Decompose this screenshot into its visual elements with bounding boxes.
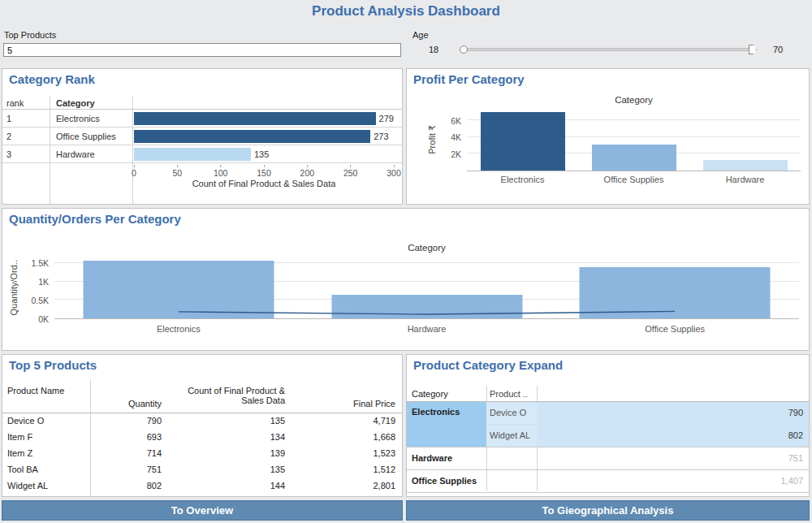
bar-slot bbox=[467, 108, 578, 171]
profit-column-header: Category bbox=[467, 95, 801, 105]
profit-y-axis-label-wrap: Profit ₹ bbox=[425, 108, 438, 171]
category-rank-x-axis: 0 50 100 150 200 250 300 bbox=[134, 165, 394, 177]
age-slider-track[interactable] bbox=[463, 48, 752, 51]
category-rank-table: rank Category 1 Electronics 279 2 Office… bbox=[2, 97, 402, 204]
expand-panel: Product Category Expand Category Product… bbox=[406, 354, 810, 497]
expand-table: Category Product .. Electronics Device O… bbox=[407, 355, 809, 496]
profit-y-ticks: 6K 4K 2K bbox=[441, 108, 464, 171]
quantity-cell: 751 bbox=[92, 465, 162, 474]
axis-tick: 50 bbox=[173, 168, 183, 178]
product-name-cell: Widget AL bbox=[7, 481, 48, 491]
axis-tick: 0K bbox=[38, 314, 49, 324]
quantity-y-axis-label: Quantity/Ord.. bbox=[9, 260, 19, 315]
bar-value-label: 279 bbox=[379, 114, 394, 123]
axis-tick: 250 bbox=[343, 168, 358, 178]
age-slider[interactable] bbox=[460, 44, 757, 55]
category-rank-panel: Category Rank rank Category 1 Electronic… bbox=[2, 68, 403, 205]
bar-cell: 279 bbox=[134, 110, 394, 127]
expand-category-office-supplies[interactable]: Office Supplies 1,407 bbox=[407, 470, 809, 493]
age-max-value: 70 bbox=[773, 45, 783, 54]
table-row[interactable]: Tool BA 751 135 1,512 bbox=[2, 462, 402, 478]
page-title: Product Analysis Dashboard bbox=[0, 3, 812, 19]
product-cell: Device O bbox=[486, 402, 537, 424]
quantity-y-ticks: 1.5K 1K 0.5K 0K bbox=[24, 256, 51, 319]
rank-bar[interactable] bbox=[134, 130, 370, 143]
col-header-category: Category bbox=[412, 389, 448, 399]
x-label: Hardware bbox=[689, 175, 801, 184]
value-cell: 751 bbox=[537, 453, 803, 463]
price-cell: 1,523 bbox=[288, 448, 395, 458]
rank-cell: 3 bbox=[6, 149, 11, 159]
col-header-final-price: Final Price bbox=[288, 399, 395, 408]
top-products-input[interactable] bbox=[3, 43, 401, 57]
x-label: Hardware bbox=[303, 324, 551, 334]
profit-y-axis-label: Profit ₹ bbox=[426, 125, 437, 154]
profit-bar-office-supplies[interactable] bbox=[592, 145, 676, 171]
quantity-cell: 790 bbox=[92, 416, 162, 426]
top5-table: Product Name Quantity Count of Final Pro… bbox=[2, 355, 402, 496]
quantity-x-labels: Electronics Hardware Office Supplies bbox=[54, 324, 799, 334]
table-row[interactable]: Device O 790 135 4,719 bbox=[2, 413, 402, 430]
profit-title: Profit Per Category bbox=[413, 72, 525, 86]
category-rank-header-row: rank Category bbox=[2, 97, 402, 110]
quantity-cell: 714 bbox=[92, 448, 162, 458]
product-cell: Widget AL bbox=[486, 425, 537, 447]
category-cell: Office Supplies bbox=[412, 476, 477, 486]
dashboard: Product Analysis Dashboard Top Products … bbox=[0, 0, 812, 523]
axis-tick: 6K bbox=[451, 116, 461, 126]
profit-x-labels: Electronics Office Supplies Hardware bbox=[467, 175, 801, 184]
expand-header-row: Category Product .. bbox=[407, 386, 809, 402]
category-cell: Electronics bbox=[56, 114, 100, 123]
age-slider-right-handle[interactable] bbox=[749, 45, 757, 54]
x-label: Office Supplies bbox=[578, 175, 689, 184]
count-cell: 135 bbox=[165, 416, 285, 426]
col-header-quantity: Quantity bbox=[92, 399, 162, 408]
category-rank-row[interactable]: 1 Electronics 279 bbox=[2, 110, 402, 128]
count-cell: 134 bbox=[165, 432, 285, 442]
category-cell: Hardware bbox=[412, 453, 452, 463]
quantity-cell: 693 bbox=[92, 432, 162, 442]
table-row[interactable]: Item F 693 134 1,668 bbox=[2, 430, 402, 446]
axis-tick: 2K bbox=[451, 149, 461, 159]
category-cell: Office Supplies bbox=[56, 132, 116, 141]
quantity-cell: 802 bbox=[92, 481, 162, 491]
axis-tick: 100 bbox=[214, 168, 228, 178]
quantity-y-axis-label-wrap: Quantity/Ord.. bbox=[7, 256, 20, 319]
top5-panel: Top 5 Products Product Name Quantity Cou… bbox=[2, 354, 403, 497]
product-name-cell: Item Z bbox=[7, 448, 32, 458]
category-rank-row[interactable]: 2 Office Supplies 273 bbox=[2, 128, 402, 145]
table-row[interactable]: Widget AL 802 144 2,801 bbox=[2, 478, 402, 495]
expand-category-hardware[interactable]: Hardware 751 bbox=[407, 447, 809, 470]
count-cell: 139 bbox=[165, 448, 285, 458]
axis-tick: 4K bbox=[451, 132, 461, 142]
x-label: Office Supplies bbox=[551, 324, 799, 334]
expand-subrow[interactable]: Widget AL 802 bbox=[486, 425, 809, 447]
category-rank-row[interactable]: 3 Hardware 135 bbox=[2, 145, 402, 163]
age-label: Age bbox=[412, 30, 429, 40]
expand-subrow[interactable]: Device O 790 bbox=[486, 402, 809, 425]
axis-tick: 200 bbox=[300, 168, 315, 178]
axis-tick: 1.5K bbox=[31, 258, 49, 268]
to-overview-button[interactable]: To Overview bbox=[2, 500, 403, 521]
value-cell: 802 bbox=[537, 425, 809, 447]
price-cell: 1,512 bbox=[288, 465, 395, 474]
rank-bar[interactable] bbox=[134, 112, 376, 125]
profit-plot-area bbox=[467, 108, 801, 171]
orders-trend-line[interactable] bbox=[54, 256, 799, 318]
age-min-value: 18 bbox=[429, 45, 438, 54]
col-header-product: Product .. bbox=[490, 389, 528, 399]
top-products-label: Top Products bbox=[4, 30, 56, 40]
age-slider-left-handle[interactable] bbox=[460, 45, 468, 54]
table-row[interactable]: Item Z 714 139 1,523 bbox=[2, 446, 402, 462]
to-geographical-analysis-button[interactable]: To Gieographical Analysis bbox=[406, 500, 810, 521]
col-header-rank: rank bbox=[6, 98, 24, 108]
quantity-title: Quantity/Orders Per Category bbox=[9, 212, 181, 226]
bar-value-label: 135 bbox=[254, 149, 269, 159]
profit-bar-electronics[interactable] bbox=[481, 112, 565, 171]
profit-bar-hardware[interactable] bbox=[703, 160, 788, 171]
category-cell: Hardware bbox=[56, 149, 95, 159]
expand-category-electronics[interactable]: Electronics bbox=[407, 402, 486, 447]
price-cell: 1,668 bbox=[288, 432, 395, 442]
axis-tick: 0.5K bbox=[31, 296, 49, 305]
rank-bar[interactable] bbox=[134, 148, 251, 161]
